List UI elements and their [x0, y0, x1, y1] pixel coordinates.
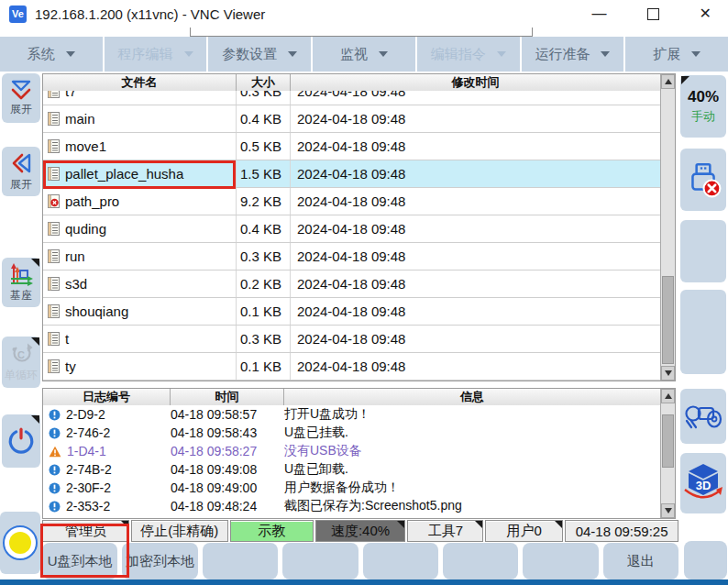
chevron-down-icon: [288, 51, 297, 57]
file-modified-time: 2024-04-18 09:48: [291, 270, 660, 297]
file-row[interactable]: t0.3 KB2024-04-18 09:48: [43, 326, 660, 353]
close-button[interactable]: ✕: [700, 6, 711, 21]
chevron-down-icon: [601, 51, 610, 57]
yellow-dot-icon: [9, 532, 31, 554]
status-cell-label: 04-18 09:59:25: [576, 524, 668, 539]
mode-label: 手动: [691, 108, 715, 125]
scroll-down-icon[interactable]: [661, 366, 675, 381]
menu-item-3[interactable]: 监视: [313, 37, 415, 72]
scroll-up-icon[interactable]: [661, 74, 675, 89]
joystick-button[interactable]: [680, 389, 726, 444]
minimize-button[interactable]: —: [592, 6, 607, 21]
bottom-button-0[interactable]: U盘到本地: [42, 543, 117, 579]
log-header-id[interactable]: 日志编号: [43, 389, 171, 405]
file-scrollbar[interactable]: [660, 74, 675, 381]
file-row[interactable]: quding0.4 KB2024-04-18 09:48: [43, 215, 660, 243]
usb-disconnected-icon: [684, 160, 722, 199]
file-name: s3d: [65, 276, 87, 292]
status-cell-label: 工具7: [428, 523, 463, 540]
file-header-size[interactable]: 大小: [237, 74, 291, 91]
status-cell-0[interactable]: 管理员: [42, 520, 129, 542]
log-scrollbar[interactable]: [660, 389, 675, 518]
power-button[interactable]: [2, 414, 40, 468]
file-row[interactable]: run0.3 KB2024-04-18 09:48: [43, 243, 660, 270]
file-row[interactable]: shouqiang0.1 KB2024-04-18 09:48: [43, 298, 660, 326]
file-row[interactable]: main0.4 KB2024-04-18 09:48: [43, 105, 660, 133]
log-header-time[interactable]: 时间: [171, 389, 284, 405]
status-cell-5[interactable]: 用户0: [485, 520, 563, 542]
log-row: 2-D9-204-18 09:58:57打开U盘成功！: [43, 405, 660, 424]
file-row[interactable]: t70.3 KB2024-04-18 09:48: [43, 91, 660, 105]
vnc-toolbar-tab[interactable]: [190, 28, 533, 37]
window-bottom-strip: [0, 579, 728, 585]
menu-bar: 系统程序编辑参数设置监视编辑指令运行准备扩展: [0, 37, 728, 72]
bottom-button-1[interactable]: 加密到本地: [122, 543, 197, 579]
expand-left-button[interactable]: 展开: [2, 147, 40, 196]
file-name: run: [65, 248, 85, 264]
scroll-up-icon[interactable]: [661, 389, 675, 403]
side-button-empty-1[interactable]: [680, 220, 726, 282]
file-icon: [48, 91, 60, 98]
side-button-empty-2[interactable]: [680, 290, 726, 374]
file-row[interactable]: ty0.1 KB2024-04-18 09:48: [43, 353, 660, 381]
bottom-button-bar: U盘到本地加密到本地退出: [42, 543, 678, 579]
log-row: 2-353-204-18 09:48:24截图已保存为:Screenshot5.…: [43, 497, 660, 515]
file-row[interactable]: path_pro9.2 KB2024-04-18 09:48: [43, 188, 660, 215]
bottom-button-empty-2: [203, 543, 278, 579]
info-icon: [49, 409, 61, 421]
log-scrollbar-thumb[interactable]: [662, 414, 674, 468]
log-id: 2-74B-2: [66, 462, 112, 477]
status-cell-4[interactable]: 工具7: [407, 520, 483, 542]
menu-item-0[interactable]: 系统: [0, 37, 103, 72]
log-id: 2-D9-2: [66, 407, 105, 422]
file-size: 0.4 KB: [237, 215, 291, 242]
file-size: 0.1 KB: [237, 298, 291, 325]
status-bar: 管理员停止(非精确)示教速度:40%工具7用户004-18 09:59:25: [42, 520, 678, 542]
file-size: 0.2 KB: [237, 270, 291, 297]
file-header-time[interactable]: 修改时间: [291, 74, 660, 91]
view-3d-button[interactable]: 3D: [680, 453, 726, 513]
bottom-button-empty-5: [443, 543, 518, 579]
file-row[interactable]: s3d0.2 KB2024-04-18 09:48: [43, 270, 660, 298]
chevron-down-icon: [497, 51, 506, 57]
status-cell-label: 管理员: [65, 523, 106, 540]
bottom-button-empty-3: [282, 543, 358, 579]
maximize-button[interactable]: [647, 8, 659, 20]
warning-icon: [49, 446, 61, 458]
info-icon: [49, 427, 61, 439]
corner-mark: [121, 521, 128, 528]
file-size: 0.1 KB: [237, 353, 291, 380]
expand-down-button[interactable]: 展开: [2, 73, 40, 123]
status-cell-3[interactable]: 速度:40%: [315, 520, 406, 542]
file-icon: [48, 222, 60, 236]
base-frame-button[interactable]: 基座: [2, 258, 40, 307]
log-message: U盘已挂载.: [284, 425, 660, 441]
scroll-down-icon[interactable]: [661, 503, 675, 518]
log-time: 04-18 09:58:27: [171, 444, 284, 458]
log-header-msg[interactable]: 信息: [284, 389, 660, 405]
expand-down-icon: [8, 80, 34, 100]
bottom-button-7[interactable]: 退出: [603, 543, 678, 579]
file-name: path_pro: [65, 193, 119, 209]
usb-button[interactable]: [680, 149, 726, 211]
file-rows: t70.3 KB2024-04-18 09:48main0.4 KB2024-0…: [43, 91, 660, 381]
file-header-name[interactable]: 文件名: [43, 74, 237, 91]
menu-item-6[interactable]: 扩展: [625, 37, 728, 72]
file-name: quding: [65, 221, 106, 237]
status-cell-1: 停止(非精确): [131, 520, 228, 542]
joystick-icon: [683, 399, 723, 434]
file-size: 0.3 KB: [237, 243, 291, 270]
menu-item-label: 运行准备: [535, 46, 590, 63]
bottom-right-button[interactable]: [684, 541, 727, 579]
file-modified-time: 2024-04-18 09:48: [291, 91, 660, 105]
svg-text:3D: 3D: [696, 479, 711, 492]
file-scrollbar-thumb[interactable]: [662, 276, 674, 364]
menu-item-2[interactable]: 参数设置: [208, 37, 311, 72]
file-row[interactable]: move10.5 KB2024-04-18 09:48: [43, 133, 660, 160]
speed-mode-button[interactable]: 40% 手动: [680, 75, 726, 138]
file-row[interactable]: pallet_place_husha1.5 KB2024-04-18 09:48: [43, 160, 660, 188]
file-icon: [48, 167, 60, 181]
enable-button[interactable]: [0, 512, 40, 574]
log-message: U盘已卸载.: [284, 461, 660, 478]
menu-item-5[interactable]: 运行准备: [522, 37, 624, 72]
